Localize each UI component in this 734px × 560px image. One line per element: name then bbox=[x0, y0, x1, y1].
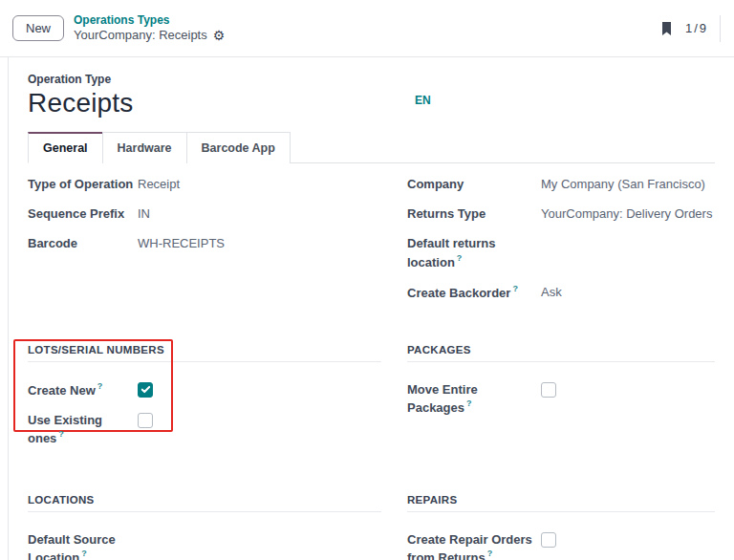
field-label: Move Entire Packages? bbox=[407, 381, 541, 418]
field-default-returns-location: Default returns location? bbox=[407, 235, 715, 271]
help-icon[interactable]: ? bbox=[81, 549, 87, 558]
field-value[interactable]: WH-RECEIPTS bbox=[138, 235, 225, 252]
field-default-source-location: Default Source Location? bbox=[28, 531, 381, 560]
field-value[interactable]: My Company (San Francisco) bbox=[541, 176, 705, 193]
field-create-new: Create New? bbox=[28, 381, 381, 400]
create-new-checkbox[interactable] bbox=[138, 382, 153, 398]
tab-general[interactable]: General bbox=[28, 132, 103, 163]
tab-barcode-app[interactable]: Barcode App bbox=[186, 132, 291, 163]
field-use-existing-ones: Use Existing ones? bbox=[28, 412, 381, 448]
help-icon[interactable]: ? bbox=[487, 549, 493, 558]
section-packages: PACKAGES Move Entire Packages? bbox=[407, 344, 715, 461]
field-value[interactable]: Ask bbox=[541, 284, 562, 301]
field-value[interactable]: Receipt bbox=[138, 176, 180, 193]
control-panel: New Operations Types YourCompany: Receip… bbox=[0, 0, 734, 57]
tab-hardware[interactable]: Hardware bbox=[102, 132, 187, 163]
help-icon[interactable]: ? bbox=[457, 253, 463, 263]
section-locations: LOCATIONS Default Source Location? Defau… bbox=[28, 494, 381, 560]
field-label: Default returns location? bbox=[407, 235, 541, 271]
record-type-label: Operation Type bbox=[28, 73, 715, 86]
new-button[interactable]: New bbox=[12, 15, 64, 41]
page-title[interactable]: Receipts bbox=[28, 88, 715, 118]
field-label: Create Backorder? bbox=[407, 284, 541, 303]
field-label: Default Source Location? bbox=[28, 531, 138, 560]
field-sequence-prefix: Sequence Prefix IN bbox=[28, 205, 381, 223]
top-right-fields: Company My Company (San Francisco) Retur… bbox=[407, 176, 715, 315]
help-icon[interactable]: ? bbox=[58, 429, 64, 439]
field-type-of-operation: Type of Operation Receipt bbox=[28, 176, 381, 193]
breadcrumb: Operations Types YourCompany: Receipts ⚙ bbox=[74, 13, 225, 43]
field-label: Barcode bbox=[28, 235, 138, 252]
field-label: Sequence Prefix bbox=[28, 205, 138, 223]
toolbar-divider bbox=[720, 15, 721, 42]
breadcrumb-current: YourCompany: Receipts bbox=[74, 28, 207, 43]
field-move-entire-packages: Move Entire Packages? bbox=[407, 381, 715, 418]
field-barcode: Barcode WH-RECEIPTS bbox=[28, 235, 381, 252]
move-entire-packages-checkbox[interactable] bbox=[541, 382, 556, 398]
bookmark-icon[interactable] bbox=[659, 21, 674, 36]
control-panel-right: 1/9 bbox=[659, 15, 721, 42]
field-value[interactable]: IN bbox=[138, 205, 150, 223]
section-lots-serial-numbers: LOTS/SERIAL NUMBERS Create New? Use Exis… bbox=[28, 344, 381, 461]
section-title: LOTS/SERIAL NUMBERS bbox=[28, 344, 381, 362]
field-label: Company bbox=[407, 176, 541, 193]
top-left-fields: Type of Operation Receipt Sequence Prefi… bbox=[28, 176, 381, 315]
help-icon[interactable]: ? bbox=[512, 284, 518, 293]
tab-bar: General Hardware Barcode App bbox=[28, 132, 715, 163]
breadcrumb-parent-link[interactable]: Operations Types bbox=[74, 13, 225, 28]
section-title: REPAIRS bbox=[407, 494, 715, 512]
pager: 1/9 bbox=[685, 21, 708, 35]
help-icon[interactable]: ? bbox=[466, 398, 472, 408]
field-create-repair-orders: Create Repair Orders from Returns? bbox=[407, 531, 715, 560]
field-label: Create Repair Orders from Returns? bbox=[407, 531, 541, 560]
gear-icon[interactable]: ⚙ bbox=[213, 29, 226, 42]
section-title: PACKAGES bbox=[407, 344, 715, 362]
field-label: Create New? bbox=[28, 381, 138, 400]
field-label: Returns Type bbox=[407, 205, 541, 223]
field-returns-type: Returns Type YourCompany: Delivery Order… bbox=[407, 205, 715, 223]
use-existing-checkbox[interactable] bbox=[138, 413, 153, 428]
field-value[interactable]: YourCompany: Delivery Orders bbox=[541, 205, 712, 223]
field-company: Company My Company (San Francisco) bbox=[407, 176, 715, 193]
form-sheet: Operation Type Receipts EN General Hardw… bbox=[8, 57, 734, 560]
section-title: LOCATIONS bbox=[28, 494, 381, 512]
field-label: Use Existing ones? bbox=[28, 412, 138, 448]
field-create-backorder: Create Backorder? Ask bbox=[407, 284, 715, 303]
section-repairs: REPAIRS Create Repair Orders from Return… bbox=[407, 494, 715, 560]
help-icon[interactable]: ? bbox=[97, 381, 103, 391]
translation-badge[interactable]: EN bbox=[415, 94, 431, 107]
create-repair-orders-checkbox[interactable] bbox=[541, 532, 556, 548]
field-label: Type of Operation bbox=[28, 176, 138, 193]
